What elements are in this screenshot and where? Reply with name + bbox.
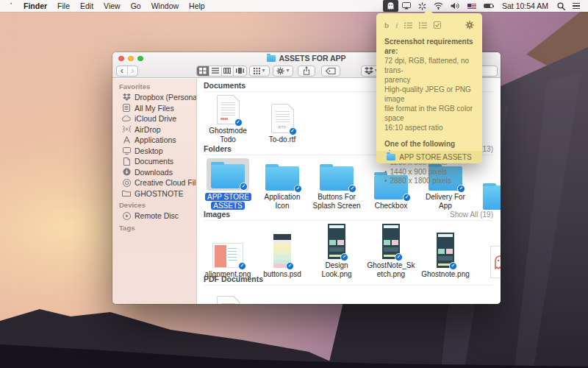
ghost-logo-icon [494,255,501,269]
folder-item-selected[interactable]: ✓ APP STORE ASSETS [203,158,253,210]
back-button[interactable]: ‹ [117,66,127,75]
note-bullet-line: • 1440 x 900 pixels [384,168,474,177]
dropbox-sync-badge: ✓ [403,194,411,202]
menu-finder[interactable]: Finder [18,0,52,12]
show-all-link[interactable]: Show All (19) [450,210,493,219]
note-settings-button[interactable] [465,21,474,29]
sidebar-item-label: Creative Cloud Files [135,178,197,187]
dropbox-sync-badge: ✓ [449,262,457,270]
checklist-button[interactable] [434,18,441,32]
note-line: Screenshot requirements are: [384,37,474,56]
volume-menu-icon[interactable] [447,0,464,12]
sidebar-item-ghostnote[interactable]: GHOSTNOTE [112,188,196,199]
folder-item[interactable]: ✓ Application Icon [257,163,307,210]
forward-button[interactable]: › [127,66,137,75]
sidebar-item-applications[interactable]: Applications [112,135,196,146]
notification-center-menu-icon[interactable] [569,0,584,12]
ghostnote-popup: b i Screenshot requirements are: 72 dp [376,13,482,163]
sidebar-item-label: Downloads [135,168,173,177]
sidebar-section-favorites: Favorites [112,80,196,92]
tag-button[interactable] [321,66,340,77]
document-file-icon [217,296,240,304]
sidebar-item-airdrop[interactable]: AirDrop [112,124,196,135]
image-item[interactable]: ✓ Design Look.png [312,224,362,278]
cloud-icon [122,114,131,123]
sidebar-section-devices: Devices [112,199,196,210]
sidebar-item-dropbox[interactable]: Dropbox (Personal) [112,92,196,103]
column-view-button[interactable] [222,66,234,77]
sidebar-item-icloud-drive[interactable]: iCloud Drive [112,113,196,124]
sidebar-item-label: Applications [135,135,176,144]
image-item[interactable]: ✓ Ghostnote.png [420,233,470,279]
sidebar-item-desktop[interactable]: Desktop [112,146,196,157]
menubar-clock[interactable]: Sat 10:54 AM [497,1,553,10]
bullet-glyph: • [384,177,387,186]
battery-menu-icon[interactable] [480,0,497,12]
note-line: High-quality JPEG or PNG image [384,85,474,104]
coverflow-view-button[interactable] [234,66,246,77]
menu-help[interactable]: Help [184,0,210,12]
section-title: Documents [204,81,245,90]
sidebar-item-all-my-files[interactable]: All My Files [112,103,196,114]
sidebar: Favorites Dropbox (Personal) All My File… [112,79,197,304]
input-source-flag-icon[interactable] [464,0,480,12]
note-context-label: APP STORE ASSETS [399,153,472,161]
italic-button[interactable]: i [395,21,398,29]
folder-item-partial[interactable] [475,182,501,210]
icon-view-button[interactable] [197,66,209,77]
list-view-button[interactable] [209,66,222,77]
sidebar-item-remote-disc[interactable]: Remote Disc [112,210,196,222]
menu-go[interactable]: Go [126,0,146,12]
spotlight-menu-icon[interactable] [553,0,569,12]
menu-view[interactable]: View [98,0,126,12]
numbered-list-button[interactable] [419,18,427,32]
list-view-icon [212,68,219,74]
sidebar-section-tags: Tags [112,222,196,233]
note-line: 16:10 aspect ratio [384,123,474,132]
sidebar-item-label: GHOSTNOTE [135,189,184,198]
dropbox-sync-badge: ✓ [348,185,356,193]
airplay-display-icon[interactable] [398,0,415,12]
sidebar-item-documents[interactable]: Documents [112,156,196,167]
image-item[interactable]: ✓ GhostNote_Sketch.png [366,224,416,278]
folder-icon [267,55,276,62]
battery-icon [484,4,493,9]
note-context-footer[interactable]: APP STORE ASSETS [376,151,482,163]
ghostnote-menu-icon[interactable] [383,0,398,12]
share-button[interactable] [298,66,315,77]
apple-menu[interactable] [7,2,14,10]
desktop-icon [122,146,131,155]
arrange-grid-icon [254,68,260,74]
dropbox-sync-badge: ✓ [289,127,297,135]
list-icon [573,3,580,9]
creative-cloud-icon [122,178,131,187]
wifi-icon [434,2,443,10]
sidebar-item-label: Documents [135,157,173,166]
arrange-button[interactable]: ▾ [249,66,270,77]
folder-item[interactable]: ✓ Buttons For Splash Screen [312,163,362,210]
note-format-toolbar: b i [376,13,482,34]
sidebar-item-label: Remote Disc [135,211,179,220]
sidebar-item-label: iCloud Drive [135,114,176,123]
note-line: 72 dpi, RGB, flattened, no trans- [384,56,474,75]
coverflow-view-icon [236,68,244,74]
menubar: Finder File Edit View Go Window Help [0,0,588,12]
file-item-partial[interactable] [203,296,253,304]
menu-edit[interactable]: Edit [75,0,98,12]
view-switcher [196,66,247,77]
menu-window[interactable]: Window [146,0,184,12]
dropbox-sync-badge: ✓ [286,262,294,270]
sidebar-item-label: All My Files [135,104,174,113]
desktop: Finder File Edit View Go Window Help [0,0,588,368]
section-title: PDF Documents [204,275,263,283]
image-item[interactable]: ✓ buttons.psd [257,234,307,279]
file-item[interactable]: RTF ✓ To-do.rtf [257,104,307,144]
sidebar-item-creative-cloud[interactable]: Creative Cloud Files [112,177,196,188]
bullet-list-button[interactable] [404,18,412,32]
action-button[interactable]: ▾ [273,66,293,77]
bold-button[interactable]: b [384,21,389,29]
menu-file[interactable]: File [52,0,75,12]
file-item[interactable]: ✓ Ghostmode Todo [203,95,253,144]
sidebar-item-downloads[interactable]: Downloads [112,167,196,178]
disc-icon [122,211,131,220]
